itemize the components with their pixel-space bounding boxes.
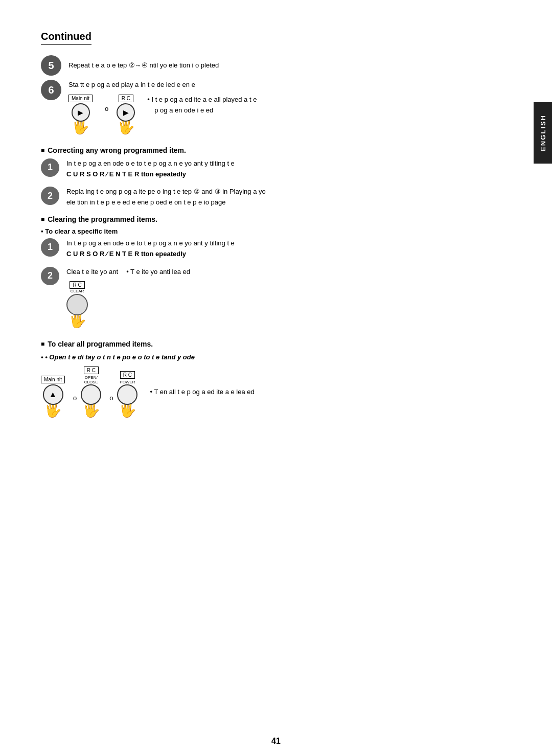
power-label: POWER xyxy=(120,380,135,384)
clear-step1: 1 In t e p og a en ode o e to t e p og a… xyxy=(41,238,511,260)
clear-rc-open-btn: R C OPEN/CLOSE 🖐 xyxy=(81,366,101,417)
or1-text: o xyxy=(73,394,77,417)
clear-step2-circle: 2 xyxy=(41,267,59,285)
hand-icon-3: 🖐 xyxy=(68,313,86,328)
step5-circle: 5 xyxy=(41,55,61,76)
clear-all-bullet-text: • T en all t e p og a ed ite a e lea ed xyxy=(150,387,511,398)
main-unit-label: Main nit xyxy=(68,95,93,102)
clear-step2-bullet: • T e ite yo anti lea ed xyxy=(126,267,511,278)
main-unit-circle[interactable]: ▶ xyxy=(72,103,90,122)
correcting-step1-content: In t e p og a en ode o e to t e p og a n… xyxy=(66,158,511,180)
correcting-step2-line2: ele tion in t e p e e ed e ene p oed e o… xyxy=(66,197,511,208)
step6-content: Sta tt e p og a ed play a in t e de ied … xyxy=(68,80,511,139)
step6-bullet1b: p og a en ode i e ed xyxy=(147,105,511,116)
clear-rc-btn: R C CLEAR 🖐 xyxy=(66,281,88,328)
correcting-header: Correcting any wrong programmed item. xyxy=(41,146,511,154)
or-divider: o xyxy=(105,95,108,112)
clear-step1-circle: 1 xyxy=(41,238,59,257)
clear-main-unit-label: Main nit xyxy=(41,376,65,383)
rc-label: R C xyxy=(119,95,133,102)
clear-rc1-label: R C xyxy=(84,366,99,374)
step6-text: Sta tt e p og a ed play a in t e de ied … xyxy=(68,80,511,90)
or-text: o xyxy=(105,105,108,112)
rc-btn: R C ▶ 🖐 xyxy=(117,95,135,134)
clear-step2-line1: Clea t e ite yo ant xyxy=(66,267,118,278)
clear-main-circle[interactable]: ▲ xyxy=(43,384,63,405)
clear-all-header: To clear all programmed items. xyxy=(41,340,511,348)
clear-all-row: Main nit ▲ 🖐 o R C OPEN/CLOSE 🖐 o R C PO… xyxy=(41,366,511,417)
step6-circle: 6 xyxy=(41,80,61,100)
hand-icon-5: 🖐 xyxy=(82,403,100,417)
clear-specific-header: To clear a specific item xyxy=(41,227,511,235)
hand-icon-2: 🖐 xyxy=(117,120,135,134)
hand-icon-1: 🖐 xyxy=(72,120,89,134)
clear-step2-illustration: Clea t e ite yo ant R C CLEAR 🖐 • T e it… xyxy=(66,267,511,328)
clear-all-header-text: To clear all programmed items. xyxy=(48,340,153,348)
rc-circle[interactable]: ▶ xyxy=(117,103,135,122)
clear-step1-line1: In t e p og a en ode o e to t e p og a n… xyxy=(66,238,511,249)
hand-icon-4: 🖐 xyxy=(44,403,62,417)
english-tab: ENGLISH xyxy=(534,102,552,164)
clear-step2-bullet-text: • T e ite yo anti lea ed xyxy=(126,267,511,278)
step5-text: Repeat t e a o e tep ②～④ ntil yo ele tio… xyxy=(68,60,511,71)
main-unit-btn: Main nit ▶ 🖐 xyxy=(68,95,93,134)
english-label: ENGLISH xyxy=(539,114,547,151)
correcting-step1-line1: In t e p og a en ode o e to t e p og a n… xyxy=(66,158,511,169)
clear-step1-content: In t e p og a en ode o e to t e p og a n… xyxy=(66,238,511,260)
clear-step2: 2 Clea t e ite yo ant R C CLEAR 🖐 xyxy=(41,267,511,333)
step6-rc-btn: R C ▶ 🖐 xyxy=(117,95,139,134)
step6-buttons: Main nit ▶ 🖐 xyxy=(68,95,97,134)
clear-rc-label: R C xyxy=(70,281,84,289)
hand-icon-6: 🖐 xyxy=(119,403,136,417)
step6-bullets: • I t e p og a ed ite a e all played a t… xyxy=(147,95,511,116)
continued-heading: Continued xyxy=(41,31,91,45)
correcting-step1-circle: 1 xyxy=(41,158,59,177)
step6-bullet1: • I t e p og a ed ite a e all played a t… xyxy=(147,95,511,105)
correcting-step1: 1 In t e p og a en ode o e to t e p og a… xyxy=(41,158,511,180)
correcting-step1-line2: C U R S O R ⁄ E N T E R tton epeatedly xyxy=(66,169,511,180)
clearing-header-text: Clearing the programmed items. xyxy=(48,215,157,223)
correcting-step2-line1: Repla ing t e ong p og a ite pe o ing t … xyxy=(66,187,511,197)
correcting-step2-circle: 2 xyxy=(41,187,59,205)
clear-btn-label: CLEAR xyxy=(71,289,84,293)
or2-text: o xyxy=(109,394,113,417)
step5-row: 5 Repeat t e a o e tep ②～④ ntil yo ele t… xyxy=(41,55,511,76)
page-number: 41 xyxy=(271,737,281,746)
open-display-text: • Open t e di tay o t n t e po e o to t … xyxy=(41,352,511,362)
open-close-label: OPEN/CLOSE xyxy=(84,375,98,384)
correcting-step2-content: Repla ing t e ong p og a ite pe o ing t … xyxy=(66,187,511,208)
correcting-header-text: Correcting any wrong programmed item. xyxy=(48,146,186,154)
clear-rc-open-circle[interactable] xyxy=(81,384,101,405)
clear-all-bullet: • T en all t e p og a ed ite a e lea ed xyxy=(150,366,511,398)
clear-rc-power-btn: R C POWER 🖐 xyxy=(117,371,137,417)
clear-step2-content: Clea t e ite yo ant R C CLEAR 🖐 • T e it… xyxy=(66,267,511,333)
step6-illustration: Main nit ▶ 🖐 o R C ▶ xyxy=(68,95,511,134)
clear-all-buttons: Main nit ▲ 🖐 o R C OPEN/CLOSE 🖐 o R C PO… xyxy=(41,366,142,417)
clear-btn-group: CLEAR xyxy=(66,289,88,315)
clear-rc2-label: R C xyxy=(120,371,135,379)
clear-step2-buttons: Clea t e ite yo ant R C CLEAR 🖐 xyxy=(66,267,118,328)
clearing-header: Clearing the programmed items. xyxy=(41,215,511,223)
clear-step1-line2: C U R S O R ⁄ E N T E R tton epeatedly xyxy=(66,249,511,260)
clear-main-unit-btn: Main nit ▲ 🖐 xyxy=(41,376,65,417)
step6-block: 6 Sta tt e p og a ed play a in t e de ie… xyxy=(41,80,511,139)
correcting-step2: 2 Repla ing t e ong p og a ite pe o ing … xyxy=(41,187,511,208)
